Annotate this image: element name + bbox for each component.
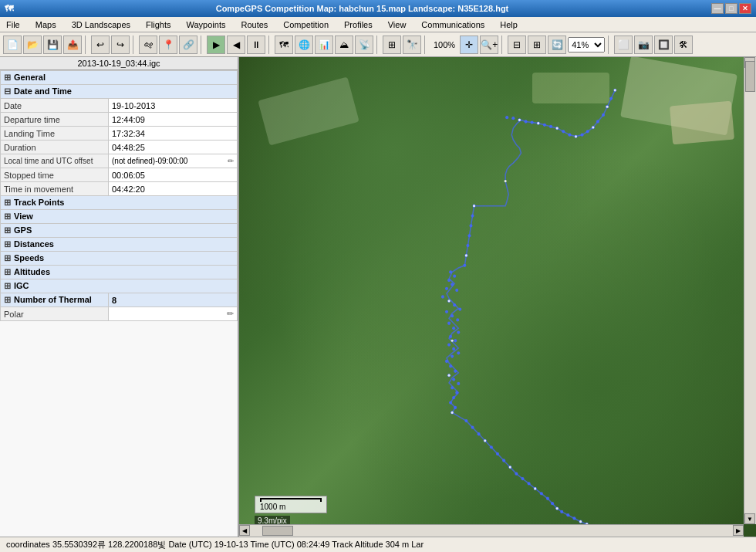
zoom-rotate[interactable]: 🔄 [548, 36, 566, 54]
redo-button[interactable]: ↪ [111, 36, 130, 54]
play-back-button[interactable]: ◀ [227, 36, 245, 54]
view-btn1[interactable]: ⊞ [383, 36, 401, 54]
map-btn2[interactable]: 🌐 [295, 36, 313, 54]
expand-thermal-icon: ⊞ [4, 295, 11, 304]
section-thermal-label: Number of Thermal [14, 295, 92, 304]
section-general[interactable]: ⊞General [1, 71, 238, 85]
row-utc: Local time and UTC offset (not defined)-… [1, 154, 238, 168]
expand-gps-icon: ⊞ [4, 225, 11, 235]
pause-button[interactable]: ⏸ [247, 36, 265, 54]
save-button[interactable]: 💾 [43, 36, 62, 54]
row-departure: Departure time 12:44:09 [1, 113, 238, 127]
map-btn5[interactable]: 📡 [355, 36, 373, 54]
section-thermal[interactable]: ⊞Number of Thermal 8 [1, 293, 238, 307]
map-btn1[interactable]: 🗺 [275, 36, 293, 54]
toolbar-sep-4 [268, 36, 272, 54]
section-datetime-label: Date and Time [14, 86, 72, 96]
toolbar-sep-2 [133, 36, 136, 54]
scale-1000m-label: 1000 m [260, 503, 285, 511]
row-polar: Polar ✏ [1, 307, 238, 321]
label-utc: Local time and UTC offset [1, 154, 109, 168]
section-track-points[interactable]: ⊞Track Points [1, 196, 238, 210]
menu-flights[interactable]: Flights [143, 19, 174, 31]
tools-button[interactable]: 🛠 [674, 36, 693, 54]
add-route-button[interactable]: 🔗 [179, 36, 197, 54]
status-text: coordinates 35.5530392류 128.2200188빛 Dat… [6, 539, 424, 550]
map-btn3[interactable]: 📊 [315, 36, 333, 54]
scroll-thumb-v[interactable] [745, 61, 755, 92]
toolbar-sep-6 [424, 36, 427, 54]
titlebar-controls: — □ ✕ [711, 3, 751, 14]
label-duration: Duration [1, 141, 109, 154]
titlebar-icon: 🗺 [5, 4, 13, 13]
menu-view[interactable]: View [385, 19, 410, 31]
label-date: Date [1, 99, 109, 113]
section-date-time[interactable]: ⊟Date and Time [1, 85, 238, 99]
section-igc-label: IGC [14, 281, 29, 290]
minimize-button[interactable]: — [711, 3, 724, 14]
toolbar-sep-3 [201, 36, 204, 54]
statusbar: coordinates 35.5530392류 128.2200188빛 Dat… [0, 537, 756, 552]
section-speeds[interactable]: ⊞Speeds [1, 252, 238, 266]
thermal-value: 8 [112, 296, 116, 305]
terrain-patch-3 [670, 101, 734, 145]
zoom-out-map[interactable]: ⊟ [508, 36, 526, 54]
file-label: 2013-10-19_03:44.igc [0, 57, 238, 70]
menu-waypoints[interactable]: Waypoints [184, 19, 229, 31]
expand-distances-icon: ⊞ [4, 239, 11, 249]
menu-routes[interactable]: Routes [238, 19, 271, 31]
close-button[interactable]: ✕ [739, 3, 751, 14]
value-date: 19-10-2013 [109, 99, 238, 113]
section-speeds-label: Speeds [14, 253, 44, 262]
add-waypoint-button[interactable]: 📍 [159, 36, 177, 54]
screenshot-button[interactable]: 📷 [634, 36, 653, 54]
label-departure: Departure time [1, 113, 109, 127]
section-gps[interactable]: ⊞GPS [1, 224, 238, 238]
frame-button[interactable]: ⬜ [614, 36, 633, 54]
section-distances[interactable]: ⊞Distances [1, 238, 238, 252]
expand-trackpoints-icon: ⊞ [4, 198, 11, 207]
section-trackpoints-label: Track Points [14, 198, 64, 207]
new-button[interactable]: 📄 [3, 36, 22, 54]
label-stopped: Stopped time [1, 168, 109, 182]
cursor-button[interactable]: ✛ [460, 36, 478, 54]
edit-polar-icon[interactable]: ✏ [227, 309, 234, 319]
expand-speeds-icon: ⊞ [4, 253, 11, 262]
menu-help[interactable]: Help [497, 19, 521, 31]
map-area[interactable]: 1000 m 9.3m/pix ▲ ▼ ◀ ▶ [239, 57, 756, 537]
menu-file[interactable]: File [3, 19, 23, 31]
menu-3d-landscapes[interactable]: 3D Landscapes [69, 19, 133, 31]
section-igc[interactable]: ⊞IGC [1, 279, 238, 293]
zoom-select[interactable]: 41% 50% 100% 200% [568, 37, 605, 52]
menu-maps[interactable]: Maps [32, 19, 59, 31]
left-panel: 2013-10-19_03:44.igc ⊞General ⊟Date and … [0, 57, 239, 537]
undo-button[interactable]: ↩ [91, 36, 110, 54]
menu-profiles[interactable]: Profiles [341, 19, 376, 31]
view-btn2[interactable]: 🔭 [403, 36, 421, 54]
section-gps-label: GPS [14, 225, 32, 235]
zoom-100-label: 100% [434, 40, 455, 49]
scroll-thumb-h[interactable] [262, 526, 293, 536]
add-flight-button[interactable]: 🛩 [139, 36, 157, 54]
scroll-left-button[interactable]: ◀ [239, 525, 250, 536]
edit-utc-icon[interactable]: ✏ [228, 157, 234, 165]
map-btn4[interactable]: ⛰ [335, 36, 353, 54]
scroll-right-button[interactable]: ▶ [733, 525, 744, 536]
map-scrollbar-vertical[interactable]: ▲ ▼ [744, 57, 756, 524]
open-button[interactable]: 📂 [23, 36, 42, 54]
row-movement: Time in movement 04:42:20 [1, 182, 238, 196]
menu-communications[interactable]: Communications [418, 19, 488, 31]
label-polar: Polar [1, 307, 109, 321]
section-view[interactable]: ⊞View [1, 210, 238, 224]
export-button[interactable]: 📤 [63, 36, 82, 54]
menu-competition[interactable]: Competition [280, 19, 332, 31]
section-altitudes[interactable]: ⊞Altitudes [1, 266, 238, 279]
scroll-down-button[interactable]: ▼ [744, 513, 755, 524]
toolbar: 📄 📂 💾 📤 ↩ ↪ 🛩 📍 🔗 ▶ ◀ ⏸ 🗺 🌐 📊 ⛰ 📡 ⊞ 🔭 10… [0, 32, 756, 57]
play-button[interactable]: ▶ [207, 36, 225, 54]
maximize-button[interactable]: □ [725, 3, 737, 14]
zoom-in-map[interactable]: ⊞ [528, 36, 546, 54]
zoom-in-button[interactable]: 🔍+ [480, 36, 498, 54]
3d-button[interactable]: 🔲 [654, 36, 673, 54]
map-scrollbar-horizontal[interactable]: ◀ ▶ [239, 524, 744, 537]
